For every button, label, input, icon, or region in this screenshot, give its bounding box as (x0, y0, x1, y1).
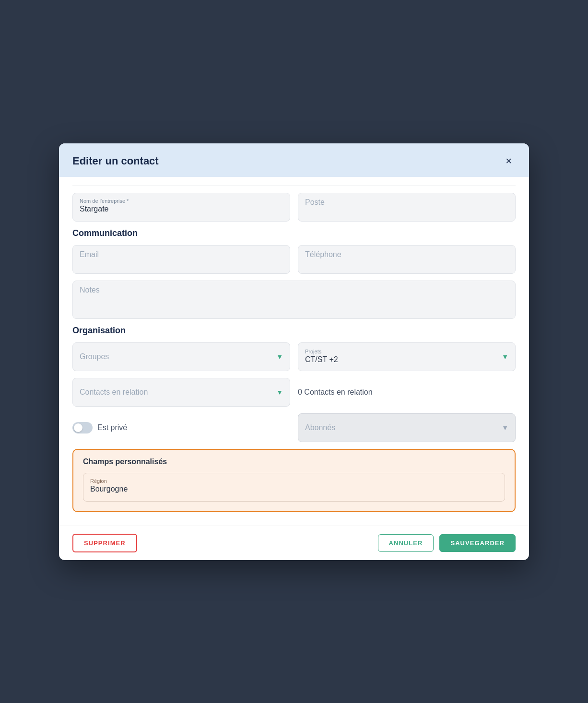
modal-header: Editer un contact × (59, 143, 529, 177)
est-prive-label: Est privé (97, 423, 127, 432)
modal-body: Nom de l'entreprise * Stargate Poste Com… (59, 177, 529, 526)
nom-entreprise-field[interactable]: Nom de l'entreprise * Stargate (72, 193, 290, 222)
projets-group: Projets CT/ST +2 ▼ (298, 342, 516, 371)
projets-label: Projets (305, 349, 496, 354)
groupes-placeholder: Groupes (80, 352, 270, 361)
abonnes-chevron-icon: ▼ (502, 424, 508, 432)
poste-field[interactable]: Poste (298, 193, 516, 222)
projets-chevron-icon: ▼ (502, 353, 508, 361)
telephone-group: Téléphone (298, 245, 516, 274)
nom-entreprise-group: Nom de l'entreprise * Stargate (72, 193, 290, 222)
save-button[interactable]: SAUVEGARDER (439, 534, 516, 552)
modal-title: Editer un contact (72, 155, 159, 167)
groupes-select[interactable]: Groupes ▼ (72, 342, 290, 371)
cancel-button[interactable]: ANNULER (378, 534, 434, 552)
telephone-field[interactable]: Téléphone (298, 245, 516, 274)
telephone-placeholder: Téléphone (305, 250, 341, 258)
region-field[interactable]: Région Bourgogne (83, 473, 505, 502)
region-label: Région (90, 478, 498, 484)
email-placeholder: Email (80, 250, 99, 258)
name-row: Nom de l'entreprise * Stargate Poste (72, 193, 516, 222)
contacts-relation-count: 0 Contacts en relation (298, 378, 516, 407)
organisation-row1: Groupes ▼ Projets CT/ST +2 ▼ (72, 342, 516, 371)
notes-placeholder: Notes (80, 286, 100, 294)
abonnes-group: Abonnés ▼ (298, 413, 516, 442)
email-field[interactable]: Email (72, 245, 290, 274)
poste-placeholder: Poste (305, 198, 325, 206)
organisation-section-title: Organisation (72, 326, 516, 336)
groupes-group: Groupes ▼ (72, 342, 290, 371)
projets-select[interactable]: Projets CT/ST +2 ▼ (298, 342, 516, 371)
close-button[interactable]: × (502, 154, 516, 168)
notes-row: Notes (72, 281, 516, 319)
groupes-chevron-icon: ▼ (276, 353, 283, 361)
edit-contact-modal: Editer un contact × Nom de l'entreprise … (59, 143, 529, 560)
abonnes-placeholder: Abonnés (305, 423, 496, 432)
top-truncated-row: Nom de l'entreprise * Stargate Poste (72, 186, 516, 222)
modal-footer: SUPPRIMER ANNULER SAUVEGARDER (59, 526, 529, 560)
organisation-row3: Est privé Abonnés ▼ (72, 413, 516, 442)
contacts-relation-group: Contacts en relation ▼ (72, 378, 290, 407)
projets-value: CT/ST +2 (305, 355, 496, 364)
organisation-row2: Contacts en relation ▼ 0 Contacts en rel… (72, 378, 516, 407)
nom-entreprise-value: Stargate (80, 205, 108, 213)
contacts-relation-select[interactable]: Contacts en relation ▼ (72, 378, 290, 407)
est-prive-toggle[interactable] (72, 422, 93, 434)
nom-entreprise-label: Nom de l'entreprise * (80, 198, 283, 204)
email-group: Email (72, 245, 290, 274)
footer-right: ANNULER SAUVEGARDER (378, 534, 516, 552)
toggle-knob (74, 423, 82, 432)
poste-group: Poste (298, 193, 516, 222)
notes-field[interactable]: Notes (72, 281, 516, 319)
communication-row: Email Téléphone (72, 245, 516, 274)
notes-group: Notes (72, 281, 516, 319)
abonnes-select[interactable]: Abonnés ▼ (298, 413, 516, 442)
contacts-relation-chevron-icon: ▼ (276, 388, 283, 396)
custom-fields-section: Champs personnalisés Région Bourgogne (72, 449, 516, 512)
est-prive-row: Est privé (72, 413, 290, 442)
delete-button[interactable]: SUPPRIMER (72, 534, 137, 552)
contacts-relation-placeholder: Contacts en relation (80, 388, 270, 397)
region-value: Bourgogne (90, 485, 498, 493)
custom-fields-title: Champs personnalisés (83, 457, 505, 466)
communication-section-title: Communication (72, 228, 516, 238)
